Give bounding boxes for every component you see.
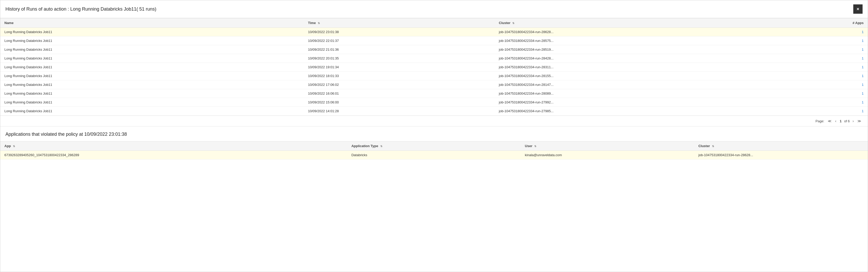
- run-name-cell: Long Running Databricks Job11: [0, 98, 304, 107]
- run-time-cell: 10/09/2022 21:01:36: [304, 45, 495, 54]
- sort-icon-apptype: ⇅: [380, 145, 382, 148]
- pagination-of: of 6: [844, 119, 850, 123]
- run-time-cell: 10/09/2022 20:01:35: [304, 54, 495, 63]
- violations-table-section: App ⇅ Application Type ⇅ User ⇅ Cluster …: [0, 141, 868, 159]
- sort-icon-cluster: ⇅: [512, 22, 514, 25]
- run-apps-cell[interactable]: 1: [824, 89, 868, 98]
- violation-apptype-cell: Databricks: [347, 151, 521, 159]
- table-row[interactable]: Long Running Databricks Job1110/09/2022 …: [0, 89, 868, 98]
- run-apps-cell[interactable]: 1: [824, 107, 868, 116]
- violation-app-cell: 67392632894052​60_1047531800422334_28628…: [0, 151, 347, 159]
- run-time-cell: 10/09/2022 16:06:01: [304, 89, 495, 98]
- table-row[interactable]: Long Running Databricks Job1110/09/2022 …: [0, 54, 868, 63]
- table-row[interactable]: Long Running Databricks Job1110/09/2022 …: [0, 71, 868, 81]
- sort-icon-time: ⇅: [318, 22, 320, 25]
- table-row[interactable]: Long Running Databricks Job1110/09/2022 …: [0, 107, 868, 116]
- run-name-cell: Long Running Databricks Job11: [0, 63, 304, 71]
- violation-user-cell: kinala@unraveldata.com: [521, 151, 694, 159]
- run-time-cell: 10/09/2022 19:01:34: [304, 63, 495, 71]
- table-row[interactable]: Long Running Databricks Job1110/09/2022 …: [0, 63, 868, 71]
- table-row[interactable]: Long Running Databricks Job1110/09/2022 …: [0, 28, 868, 36]
- pagination-prev-button[interactable]: ‹: [834, 118, 838, 124]
- modal-container: History of Runs of auto action : Long Ru…: [0, 0, 868, 272]
- run-name-cell: Long Running Databricks Job11: [0, 71, 304, 81]
- runs-table-section: Name Time ⇅ Cluster ⇅ # Apps Long: [0, 18, 868, 116]
- col-header-app[interactable]: App ⇅: [0, 142, 347, 151]
- run-time-cell: 10/09/2022 14:01:28: [304, 107, 495, 116]
- run-name-cell: Long Running Databricks Job11: [0, 81, 304, 89]
- run-cluster-cell: job-1047531800422334-run-28147...: [495, 81, 824, 89]
- modal-title: History of Runs of auto action : Long Ru…: [5, 6, 156, 12]
- run-apps-cell[interactable]: 1: [824, 81, 868, 89]
- run-name-cell: Long Running Databricks Job11: [0, 36, 304, 45]
- run-apps-cell[interactable]: 1: [824, 98, 868, 107]
- run-name-cell: Long Running Databricks Job11: [0, 54, 304, 63]
- close-button[interactable]: ×: [853, 4, 863, 14]
- pagination-label: Page:: [815, 119, 824, 123]
- table-row[interactable]: 67392632894052​60_1047531800422334_28628…: [0, 151, 868, 159]
- run-apps-cell[interactable]: 1: [824, 71, 868, 81]
- run-apps-cell[interactable]: 1: [824, 54, 868, 63]
- col-header-name: Name: [0, 18, 304, 28]
- run-name-cell: Long Running Databricks Job11: [0, 89, 304, 98]
- run-apps-cell[interactable]: 1: [824, 28, 868, 36]
- violations-table: App ⇅ Application Type ⇅ User ⇅ Cluster …: [0, 141, 868, 159]
- violations-section-title: Applications that violated the policy at…: [0, 126, 868, 141]
- run-time-cell: 10/09/2022 23:01:38: [304, 28, 495, 36]
- col-header-user[interactable]: User ⇅: [521, 142, 694, 151]
- run-time-cell: 10/09/2022 15:06:00: [304, 98, 495, 107]
- table-row[interactable]: Long Running Databricks Job1110/09/2022 …: [0, 98, 868, 107]
- run-time-cell: 10/09/2022 22:01:37: [304, 36, 495, 45]
- run-cluster-cell: job-1047531800422334-run-27985...: [495, 107, 824, 116]
- col-header-time[interactable]: Time ⇅: [304, 18, 495, 28]
- table-row[interactable]: Long Running Databricks Job1110/09/2022 …: [0, 45, 868, 54]
- col-header-cluster[interactable]: Cluster ⇅: [495, 18, 824, 28]
- run-cluster-cell: job-1047531800422334-run-28575...: [495, 36, 824, 45]
- modal-header: History of Runs of auto action : Long Ru…: [0, 0, 868, 18]
- run-apps-cell[interactable]: 1: [824, 36, 868, 45]
- table-row[interactable]: Long Running Databricks Job1110/09/2022 …: [0, 36, 868, 45]
- run-cluster-cell: job-1047531800422334-run-28155...: [495, 71, 824, 81]
- col-header-cluster2[interactable]: Cluster ⇅: [694, 142, 868, 151]
- run-cluster-cell: job-1047531800422334-run-28311...: [495, 63, 824, 71]
- sort-icon-user: ⇅: [534, 145, 536, 148]
- run-cluster-cell: job-1047531800422334-run-28428...: [495, 54, 824, 63]
- run-name-cell: Long Running Databricks Job11: [0, 28, 304, 36]
- runs-table-header-row: Name Time ⇅ Cluster ⇅ # Apps: [0, 18, 868, 28]
- run-apps-cell[interactable]: 1: [824, 63, 868, 71]
- run-name-cell: Long Running Databricks Job11: [0, 45, 304, 54]
- run-cluster-cell: job-1047531800422334-run-28628...: [495, 28, 824, 36]
- pagination-next-button[interactable]: ›: [851, 118, 855, 124]
- pagination-row: Page: ≪ ‹ 1 of 6 › ≫: [0, 116, 868, 126]
- violations-table-header-row: App ⇅ Application Type ⇅ User ⇅ Cluster …: [0, 142, 868, 151]
- sort-icon-cluster2: ⇅: [712, 145, 714, 148]
- sort-icon-app: ⇅: [13, 145, 15, 148]
- col-header-apptype[interactable]: Application Type ⇅: [347, 142, 521, 151]
- run-cluster-cell: job-1047531800422334-run-28519...: [495, 45, 824, 54]
- table-row[interactable]: Long Running Databricks Job1110/09/2022 …: [0, 81, 868, 89]
- pagination-first-button[interactable]: ≪: [827, 118, 833, 124]
- run-cluster-cell: job-1047531800422334-run-28089...: [495, 89, 824, 98]
- pagination-current: 1: [839, 119, 842, 123]
- run-time-cell: 10/09/2022 17:06:02: [304, 81, 495, 89]
- run-name-cell: Long Running Databricks Job11: [0, 107, 304, 116]
- violation-cluster-cell: job-1047531800422334-run-28628...: [694, 151, 868, 159]
- run-time-cell: 10/09/2022 18:01:33: [304, 71, 495, 81]
- run-apps-cell[interactable]: 1: [824, 45, 868, 54]
- col-header-apps: # Apps: [824, 18, 868, 28]
- run-cluster-cell: job-1047531800422334-run-27992...: [495, 98, 824, 107]
- runs-table: Name Time ⇅ Cluster ⇅ # Apps Long: [0, 18, 868, 116]
- pagination-last-button[interactable]: ≫: [856, 118, 863, 124]
